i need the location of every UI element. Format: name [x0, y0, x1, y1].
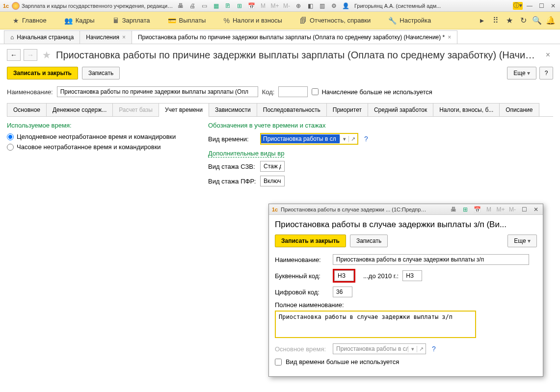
- panels-icon[interactable]: ▥: [317, 2, 327, 10]
- pfr-input[interactable]: [260, 176, 285, 186]
- tab-current[interactable]: Приостановка работы по причине задержки …: [132, 30, 457, 44]
- m-plus-icon[interactable]: M+: [270, 2, 280, 10]
- unused-checkbox-label: Начисление больше не используется: [321, 88, 432, 96]
- dialog-until2010-input[interactable]: [402, 270, 422, 281]
- calendar-icon[interactable]: 📅: [472, 206, 482, 213]
- dialog-unused-checkbox[interactable]: Вид времени больше не используется: [275, 358, 537, 366]
- back-button[interactable]: ←: [7, 49, 21, 61]
- tools-icon[interactable]: ⚙: [329, 2, 339, 10]
- apps-icon[interactable]: ⠿: [490, 16, 501, 25]
- menu-otchet[interactable]: 🗐Отчетность, справки: [291, 14, 379, 27]
- radio-daily-input[interactable]: [7, 133, 14, 140]
- subtab-sredniy[interactable]: Средний заработок: [368, 103, 433, 116]
- radio-hourly-input[interactable]: [7, 144, 14, 151]
- favorite-icon[interactable]: ★: [504, 16, 515, 25]
- vid-vremeni-select[interactable]: Приостановка работы в сл ▾ ↗: [260, 133, 358, 145]
- dropdown-icon[interactable]: ▾: [408, 346, 417, 352]
- dialog-unused-checkbox-input[interactable]: [275, 359, 282, 366]
- dialog-full-label: Полное наименование:: [275, 301, 537, 309]
- dialog-more-button[interactable]: Еще: [507, 235, 537, 247]
- report-icon[interactable]: 🖹: [223, 2, 233, 10]
- help-icon[interactable]: ?: [364, 135, 368, 143]
- page-close-icon[interactable]: ×: [543, 51, 553, 59]
- szv-input[interactable]: [260, 161, 285, 172]
- close-icon[interactable]: ✕: [548, 2, 558, 10]
- code-input[interactable]: [278, 86, 308, 97]
- help-button[interactable]: ?: [539, 67, 553, 79]
- nav-icon[interactable]: ◧: [305, 2, 315, 10]
- dialog-full-textarea[interactable]: [275, 311, 476, 338]
- minimize-icon[interactable]: —: [525, 2, 534, 10]
- subtab-denezhnoe[interactable]: Денежное содерж...: [46, 103, 113, 116]
- open-icon[interactable]: ↗: [417, 346, 426, 352]
- unused-checkbox[interactable]: Начисление больше не используется: [312, 88, 432, 96]
- subtab-nalogi[interactable]: Налоги, взносы, б...: [433, 103, 500, 116]
- menu-nalogi[interactable]: %Налоги и взносы: [214, 14, 291, 27]
- info-icon[interactable]: ⓘ▾: [513, 2, 523, 10]
- maximize-icon[interactable]: ☐: [519, 206, 529, 213]
- menu-vyplaty-label: Выплаты: [179, 17, 206, 24]
- subtab-opisanie[interactable]: Описание: [499, 103, 539, 116]
- home-icon: ⌂: [10, 34, 14, 41]
- dialog-name-input[interactable]: [333, 254, 529, 265]
- tab-close-icon[interactable]: ×: [448, 34, 451, 41]
- chart-icon[interactable]: ▦: [211, 2, 221, 10]
- tab-close-icon[interactable]: ×: [122, 34, 126, 41]
- subtab-posl[interactable]: Последовательность: [257, 103, 327, 116]
- radio-hourly[interactable]: Часовое неотработанное время и командиро…: [7, 143, 193, 151]
- dropdown-icon[interactable]: ▾: [340, 136, 348, 142]
- subtab-uchet[interactable]: Учет времени: [159, 103, 209, 116]
- designations-title: Обозначения в учете времени и стажах: [208, 122, 553, 129]
- print-icon[interactable]: 🖶: [176, 2, 186, 10]
- dialog-save-button[interactable]: Записать: [350, 235, 388, 247]
- menu-nastroika[interactable]: 🔧Настройка: [379, 14, 440, 27]
- m-minus-icon[interactable]: M-: [507, 206, 517, 213]
- subtab-prioritet[interactable]: Приоритет: [326, 103, 368, 116]
- maximize-icon[interactable]: ☐: [536, 2, 546, 10]
- subtab-osnovnoe[interactable]: Основное: [7, 103, 47, 116]
- name-input[interactable]: [57, 86, 258, 97]
- zoom-in-icon[interactable]: ⊕: [293, 2, 303, 10]
- play-icon[interactable]: ▸: [477, 16, 487, 25]
- dialog-letter-input[interactable]: [334, 270, 354, 281]
- menu-vyplaty[interactable]: 💳Выплаты: [159, 14, 215, 27]
- history-icon[interactable]: ↻: [518, 16, 529, 25]
- user-name[interactable]: Григорьянц А.А. (системный адм...: [354, 3, 441, 9]
- close-icon[interactable]: ✕: [531, 206, 541, 213]
- menu-kadry[interactable]: 👥Кадры: [55, 14, 104, 27]
- more-button[interactable]: Еще: [507, 67, 536, 79]
- dropdown-icon[interactable]: [12, 2, 20, 10]
- dialog-digit-label: Цифровой код:: [275, 288, 329, 296]
- calc-icon[interactable]: ⊞: [460, 206, 470, 213]
- dialog-name-label: Наименование:: [275, 256, 329, 263]
- save-close-button[interactable]: Записать и закрыть: [7, 67, 78, 79]
- dop-vidy-link[interactable]: Дополнительные виды вр: [208, 150, 284, 157]
- favorite-star-icon[interactable]: ★: [42, 49, 51, 61]
- help-icon[interactable]: ?: [432, 345, 436, 353]
- printer-icon[interactable]: 🖨: [187, 2, 197, 10]
- tab-home[interactable]: ⌂Начальная страница: [4, 30, 80, 44]
- calendar-icon[interactable]: 📅: [246, 2, 256, 10]
- radio-daily[interactable]: Целодневное неотработанное время и коман…: [7, 133, 193, 140]
- search-icon[interactable]: 🔍: [532, 16, 542, 25]
- tab-nachisleniya[interactable]: Начисления×: [80, 30, 132, 44]
- calc-icon[interactable]: ⊞: [235, 2, 244, 10]
- unused-checkbox-input[interactable]: [312, 88, 319, 95]
- print-icon[interactable]: 🖶: [449, 206, 458, 213]
- open-icon[interactable]: ↗: [348, 136, 357, 142]
- m-minus-icon[interactable]: M-: [282, 2, 292, 10]
- dialog-base-select[interactable]: Приостановка работы в сл ▾ ↗: [333, 343, 426, 354]
- forward-button[interactable]: →: [24, 49, 37, 61]
- m-icon[interactable]: M: [484, 206, 494, 213]
- bell-icon[interactable]: 🔔: [545, 16, 556, 25]
- menu-main[interactable]: ★Главное: [4, 14, 55, 27]
- m-plus-icon[interactable]: M+: [496, 206, 506, 213]
- dialog-save-close-button[interactable]: Записать и закрыть: [275, 235, 346, 247]
- subtab-zavisimosti[interactable]: Зависимости: [209, 103, 257, 116]
- dialog-digit-input[interactable]: [333, 287, 352, 297]
- dialog-titlebar[interactable]: 1c Приостановка работы в случае задержки…: [269, 204, 543, 215]
- save-button[interactable]: Записать: [82, 67, 120, 79]
- doc-icon[interactable]: ▭: [199, 2, 209, 10]
- m-icon[interactable]: M: [258, 2, 268, 10]
- menu-zarplata[interactable]: 🖩Зарплата: [104, 14, 159, 27]
